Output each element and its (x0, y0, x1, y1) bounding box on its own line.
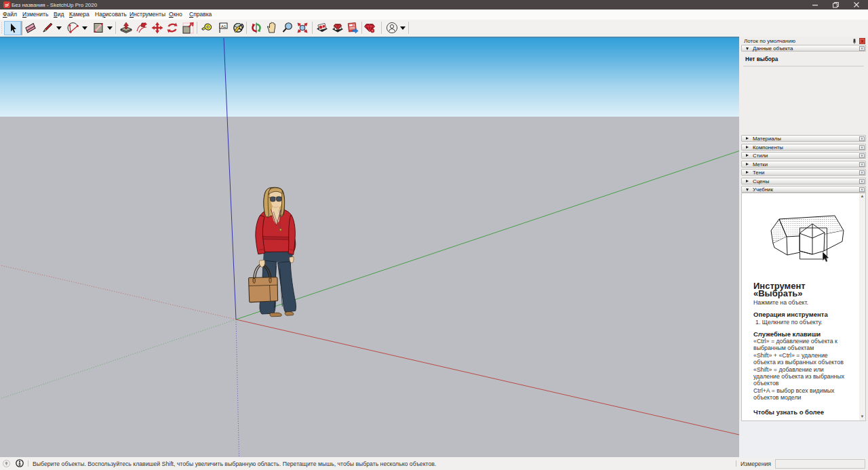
svg-text:A1: A1 (221, 24, 226, 28)
